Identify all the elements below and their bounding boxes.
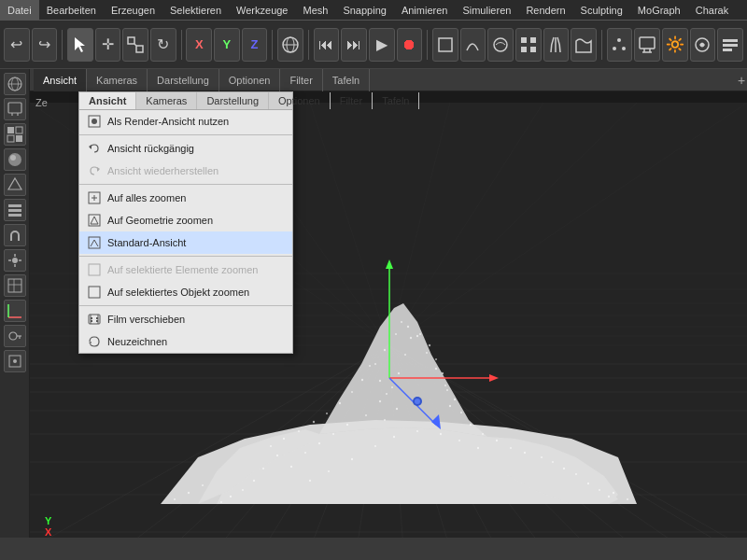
toolbar-sep-1 <box>62 30 63 60</box>
dropdown-item-zoom-elem[interactable]: Auf selektierte Elemente zoomen <box>79 259 292 281</box>
svg-point-12 <box>617 38 621 42</box>
sidebar-pivot-btn[interactable] <box>4 350 26 372</box>
sidebar-shading-btn[interactable] <box>4 148 26 171</box>
menu-erzeugen[interactable]: Erzeugen <box>104 0 162 21</box>
redraw-label: Neuzeichnen <box>107 336 167 347</box>
svg-rect-26 <box>8 103 21 113</box>
menu-mesh[interactable]: Mesh <box>295 0 335 21</box>
svg-marker-35 <box>8 178 21 189</box>
sidebar-axis2-btn[interactable] <box>4 300 26 322</box>
svg-rect-0 <box>128 37 134 44</box>
viewport[interactable]: Ansicht Kameras Darstellung Optionen Fil… <box>30 69 747 538</box>
move-tool-button[interactable]: ✛ <box>95 28 121 62</box>
render-button[interactable]: 🔆 <box>662 28 688 62</box>
select-tool-button[interactable] <box>67 28 93 62</box>
axis-y-button[interactable]: Y <box>214 28 240 62</box>
cube-button[interactable] <box>432 28 458 62</box>
menu-mograph[interactable]: MoGraph <box>630 0 688 21</box>
tab-ansicht[interactable]: Ansicht <box>34 69 87 91</box>
tabbar-add-icon[interactable]: + <box>732 71 747 90</box>
sidebar-world-btn[interactable] <box>4 73 26 95</box>
scale-tool-button[interactable] <box>122 28 148 62</box>
svg-rect-36 <box>8 204 21 207</box>
toolbar-sep-4 <box>308 30 309 60</box>
toolbar-sep-2 <box>181 30 182 60</box>
dropdown-item-render-view[interactable]: Als Render-Ansicht nutzen <box>79 110 292 133</box>
particles-button[interactable] <box>607 28 633 62</box>
menu-animieren[interactable]: Animieren <box>394 0 456 21</box>
svg-point-149 <box>379 380 381 382</box>
dropdown-tab-ansicht[interactable]: Ansicht <box>79 92 136 109</box>
dropdown-item-standard-view[interactable]: Standard-Ansicht <box>79 231 292 254</box>
svg-rect-46 <box>8 279 21 292</box>
svg-point-157 <box>442 372 444 374</box>
world-coord-button[interactable] <box>277 28 303 62</box>
hair-button[interactable] <box>543 28 570 62</box>
scene-button[interactable] <box>634 28 660 62</box>
axis-x-button[interactable]: X <box>186 28 212 62</box>
timeline-start-button[interactable]: ⏮ <box>314 28 340 62</box>
dropdown-item-zoom-obj[interactable]: Auf selektiertes Objekt zoomen <box>79 281 292 303</box>
dropdown-item-redo-view[interactable]: Ansicht wiederherstellen <box>79 160 292 182</box>
svg-rect-22 <box>723 49 732 51</box>
timeline-prev-button[interactable]: ⏭ <box>341 28 367 62</box>
dropdown-item-zoom-all[interactable]: Auf alles zoomen <box>79 187 292 209</box>
menu-werkzeuge[interactable]: Werkzeuge <box>229 0 295 21</box>
dropdown-item-redraw[interactable]: Neuzeichnen <box>79 330 292 353</box>
svg-point-156 <box>435 358 437 360</box>
svg-rect-30 <box>16 127 22 133</box>
array-button[interactable] <box>515 28 542 62</box>
sidebar-texture-btn[interactable] <box>4 123 26 146</box>
menu-bearbeiten[interactable]: Bearbeiten <box>39 0 104 21</box>
menu-selektieren[interactable]: Selektieren <box>162 0 229 21</box>
menu-rendern[interactable]: Rendern <box>518 0 572 21</box>
tab-darstellung[interactable]: Darstellung <box>148 69 219 91</box>
svg-point-116 <box>444 385 446 386</box>
sidebar-key-btn[interactable] <box>4 325 26 347</box>
tab-optionen[interactable]: Optionen <box>219 69 281 91</box>
sidebar-snap-btn[interactable] <box>4 249 26 272</box>
dropdown-tab-kameras[interactable]: Kameras <box>136 92 197 109</box>
svg-point-101 <box>290 466 292 468</box>
cloth-button[interactable] <box>571 28 597 62</box>
menu-datei[interactable]: Datei <box>0 0 39 21</box>
dropdown-tab-optionen[interactable]: Optionen <box>269 92 331 109</box>
rotate-tool-button[interactable]: ↻ <box>150 28 176 62</box>
timeline-play-button[interactable]: ▶ <box>369 28 395 62</box>
tab-kameras[interactable]: Kameras <box>87 69 148 91</box>
svg-point-124 <box>541 456 543 458</box>
nurbs-button[interactable] <box>460 28 486 62</box>
sidebar-grid-btn[interactable] <box>4 274 26 297</box>
sidebar-magnet-btn[interactable] <box>4 224 26 246</box>
dropdown-tab-darstellung[interactable]: Darstellung <box>197 92 269 109</box>
svg-rect-192 <box>89 264 100 275</box>
dropdown-tab-filter[interactable]: Filter <box>331 92 373 109</box>
render-queue-button[interactable] <box>717 28 743 62</box>
sidebar-layer-btn[interactable] <box>4 199 26 221</box>
film-label: Film verschieben <box>107 314 185 325</box>
dropdown-item-zoom-geo[interactable]: Auf Geometrie zoomen <box>79 209 292 231</box>
timeline-record-button[interactable]: ⏺ <box>397 28 423 62</box>
redo-button[interactable]: ↪ <box>32 28 58 62</box>
svg-point-125 <box>276 455 278 456</box>
menu-snapping[interactable]: Snapping <box>335 0 394 21</box>
undo-button[interactable]: ↩ <box>4 28 30 62</box>
sidebar-poly-btn[interactable] <box>4 174 26 196</box>
svg-rect-37 <box>8 209 21 212</box>
svg-point-123 <box>524 452 526 454</box>
menu-sculpting[interactable]: Sculpting <box>573 0 630 21</box>
menu-simulieren[interactable]: Simulieren <box>455 0 518 21</box>
menu-charak[interactable]: Charak <box>688 0 736 21</box>
sidebar-display-btn[interactable] <box>4 98 26 120</box>
left-sidebar <box>0 69 30 538</box>
interactive-render-button[interactable] <box>690 28 716 62</box>
axis-z-button[interactable]: Z <box>242 28 268 62</box>
dropdown-item-film[interactable]: Film verschieben <box>79 308 292 330</box>
tab-tafeln[interactable]: Tafeln <box>323 69 370 91</box>
toolbar: ↩ ↪ ✛ ↻ X Y Z ⏮ ⏭ ▶ ⏺ <box>0 21 747 69</box>
deform-button[interactable] <box>487 28 514 62</box>
tab-filter[interactable]: Filter <box>280 69 322 91</box>
dropdown-item-undo-view[interactable]: Ansicht rückgängig <box>79 137 292 160</box>
svg-point-137 <box>440 433 442 435</box>
dropdown-tab-tafeln[interactable]: Tafeln <box>373 92 419 109</box>
